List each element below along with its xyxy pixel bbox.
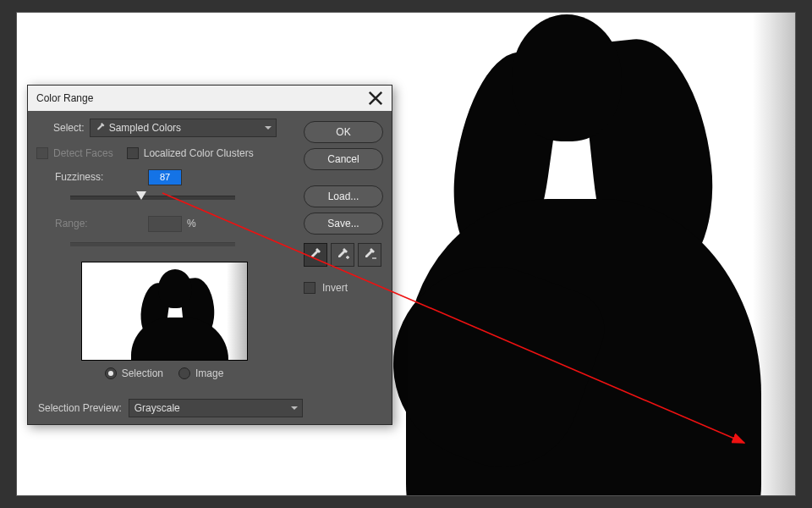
range-label: Range: — [55, 218, 148, 229]
select-dropdown[interactable]: Sampled Colors — [90, 119, 277, 137]
invert-checkbox[interactable] — [304, 282, 315, 294]
save-button[interactable]: Save... — [304, 213, 383, 235]
detect-faces-label: Detect Faces — [53, 147, 113, 159]
selection-radio-label: Selection — [122, 367, 163, 379]
selection-preview-label: Selection Preview: — [38, 402, 122, 414]
localized-checkbox[interactable] — [127, 147, 139, 159]
dialog-right-column: OK Cancel Load... Save... Invert — [304, 118, 383, 390]
selection-radio[interactable] — [105, 367, 117, 379]
dialog-left-column: Select: Sampled Colors Detect Faces Loca… — [36, 118, 292, 390]
eyedropper-small-icon — [96, 123, 106, 133]
load-button[interactable]: Load... — [304, 185, 383, 207]
image-radio[interactable] — [178, 367, 190, 379]
image-radio-label: Image — [195, 367, 223, 379]
cancel-button[interactable]: Cancel — [304, 148, 383, 170]
eyedropper-plus-icon[interactable] — [331, 243, 354, 267]
selection-preview-dropdown[interactable]: Grayscale — [129, 399, 303, 417]
fuzziness-slider-thumb[interactable] — [136, 191, 146, 200]
range-unit: % — [187, 218, 196, 229]
eyedropper-icon[interactable] — [304, 243, 327, 267]
detect-faces-checkbox — [36, 147, 48, 159]
dialog-titlebar[interactable]: Color Range — [28, 86, 392, 111]
invert-label: Invert — [322, 282, 348, 294]
range-input — [148, 216, 182, 232]
range-slider — [70, 242, 235, 246]
localized-label: Localized Color Clusters — [144, 147, 254, 159]
eyedropper-minus-icon[interactable] — [358, 243, 381, 267]
fuzziness-label: Fuzziness: — [55, 171, 148, 183]
select-value: Sampled Colors — [109, 122, 181, 134]
color-range-dialog: Color Range Select: Sampled Colors Detec… — [27, 85, 392, 425]
fuzziness-slider[interactable] — [70, 196, 235, 200]
dialog-title: Color Range — [36, 92, 93, 104]
dialog-footer: Selection Preview: Grayscale — [28, 392, 392, 424]
ok-button[interactable]: OK — [304, 121, 383, 143]
close-icon[interactable] — [368, 91, 383, 106]
canvas-image — [359, 13, 795, 495]
fuzziness-input[interactable]: 87 — [148, 169, 182, 185]
selection-preview-thumb[interactable] — [81, 262, 248, 361]
selection-preview-value: Grayscale — [134, 402, 180, 414]
select-label: Select: — [53, 122, 85, 134]
